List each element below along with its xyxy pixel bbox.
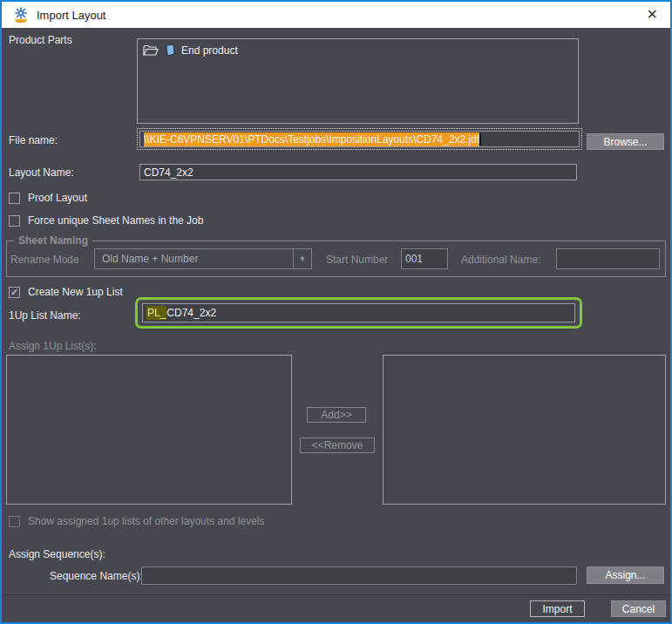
titlebar: Import Layout ✕ — [2, 2, 670, 28]
browse-button-label: Browse... — [603, 136, 647, 148]
assigned-1up-listbox[interactable] — [383, 355, 666, 505]
additional-name-label: Additional Name: — [461, 254, 540, 266]
folder-open-icon — [143, 44, 159, 57]
sequence-names-label: Sequence Name(s): — [50, 570, 143, 582]
add-button-label: Add>> — [321, 409, 351, 421]
1up-name-rest: CD74_2x2 — [166, 307, 216, 319]
rename-mode-label: Rename Mode — [10, 254, 79, 266]
1up-list-name-label: 1Up List Name: — [9, 309, 81, 322]
assign-1up-label: Assign 1Up List(s): — [9, 340, 97, 352]
1up-list-name-highlight: PL_CD74_2x2 — [135, 297, 582, 329]
footer-divider — [2, 594, 670, 595]
additional-name-input[interactable] — [556, 248, 660, 269]
remove-button-label: <<Remove — [312, 439, 363, 451]
import-button[interactable]: Import — [530, 600, 585, 617]
1up-name-selected-prefix: PL_ — [146, 306, 166, 320]
create-new-1up-label: Create New 1up List — [28, 286, 123, 298]
import-button-label: Import — [542, 603, 572, 615]
checkbox-box — [9, 193, 20, 204]
show-assigned-checkbox[interactable]: Show assigned 1up lists of other layouts… — [9, 515, 265, 527]
remove-button[interactable]: <<Remove — [300, 437, 375, 453]
product-parts-label: Product Parts — [9, 34, 72, 46]
browse-button[interactable]: Browse... — [587, 133, 664, 150]
assign-button-label: Assign... — [605, 569, 645, 581]
show-assigned-label: Show assigned 1up lists of other layouts… — [28, 515, 265, 527]
proof-layout-label: Proof Layout — [28, 192, 87, 204]
import-layout-dialog: Import Layout ✕ Product Parts End produc… — [0, 0, 672, 624]
file-name-focus-ring: \\KIE-C6VPNSERV01\PTDocs\Testjobs\Imposi… — [137, 128, 582, 150]
close-icon[interactable]: ✕ — [647, 5, 658, 24]
start-number-input[interactable]: 001 — [401, 248, 448, 269]
layout-name-value: CD74_2x2 — [144, 166, 193, 179]
1up-list-name-input[interactable]: PL_CD74_2x2 — [142, 303, 575, 322]
checkbox-box-checked: ✓ — [9, 287, 20, 298]
cancel-button[interactable]: Cancel — [611, 600, 666, 617]
dialog-body: Product Parts End product File name: \\K… — [2, 28, 670, 622]
product-parts-list[interactable]: End product — [137, 38, 579, 124]
window-title: Import Layout — [37, 9, 106, 22]
checkbox-box — [9, 215, 20, 227]
file-path-selected-text: \\KIE-C6VPNSERV01\PTDocs\Testjobs\Imposi… — [144, 132, 479, 146]
sheet-naming-legend: Sheet Naming — [14, 234, 92, 247]
layout-name-label: Layout Name: — [9, 166, 74, 179]
create-new-1up-checkbox[interactable]: ✓ Create New 1up List — [9, 286, 123, 298]
product-book-icon — [164, 44, 176, 58]
add-button[interactable]: Add>> — [307, 407, 366, 423]
layout-name-input[interactable]: CD74_2x2 — [139, 164, 577, 180]
chevron-down-icon: ▼ — [293, 249, 311, 268]
app-icon — [12, 6, 30, 24]
rename-mode-value: Old Name + Number — [95, 253, 293, 265]
rename-mode-dropdown[interactable]: Old Name + Number ▼ — [94, 248, 312, 269]
checkbox-box — [9, 516, 20, 527]
available-1up-listbox[interactable] — [6, 355, 292, 505]
proof-layout-checkbox[interactable]: Proof Layout — [9, 192, 87, 204]
sequence-names-input[interactable] — [141, 566, 577, 585]
force-unique-checkbox[interactable]: Force unique Sheet Names in the Job — [9, 214, 203, 227]
start-number-value: 001 — [405, 253, 423, 265]
assign-sequences-label: Assign Sequence(s): — [9, 548, 105, 560]
file-name-label: File name: — [9, 134, 58, 146]
force-unique-label: Force unique Sheet Names in the Job — [28, 214, 203, 227]
assign-button[interactable]: Assign... — [587, 566, 664, 584]
cancel-button-label: Cancel — [622, 603, 655, 615]
file-name-input[interactable]: \\KIE-C6VPNSERV01\PTDocs\Testjobs\Imposi… — [139, 131, 580, 147]
part-item-label: End product — [181, 44, 238, 57]
start-number-label: Start Number — [326, 254, 388, 266]
text-caret — [479, 133, 481, 146]
list-item[interactable]: End product — [138, 39, 578, 62]
